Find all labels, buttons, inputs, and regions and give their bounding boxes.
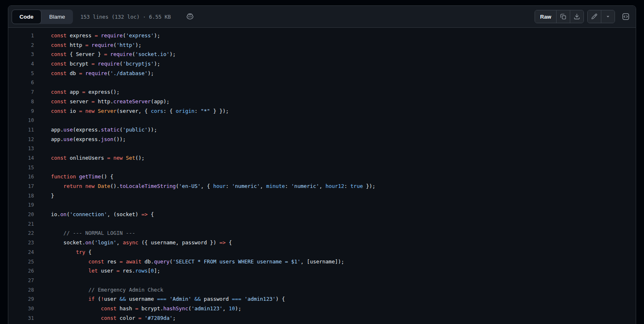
code-viewer[interactable]: 1const express = require('express');2con… xyxy=(8,28,636,323)
symbols-button[interactable] xyxy=(619,10,632,23)
line-number[interactable]: 15 xyxy=(8,163,34,173)
line-number[interactable]: 20 xyxy=(8,210,34,219)
code-token: = xyxy=(116,268,120,274)
code-token: http xyxy=(67,42,85,48)
code-token: === xyxy=(232,296,242,302)
code-token: require xyxy=(92,42,114,48)
line-number[interactable]: 27 xyxy=(8,276,34,285)
code-token: , xyxy=(319,183,325,189)
line-number[interactable]: 25 xyxy=(8,257,34,267)
line-number[interactable]: 6 xyxy=(8,78,34,88)
code-line: 29 if (!user && username === 'Admin' && … xyxy=(8,295,636,304)
line-number[interactable]: 17 xyxy=(8,182,34,191)
code-token xyxy=(123,155,126,161)
line-number[interactable]: 10 xyxy=(8,116,34,125)
line-number[interactable]: 13 xyxy=(8,144,34,153)
raw-button[interactable]: Raw xyxy=(535,10,557,23)
code-token: db. xyxy=(141,258,154,265)
code-token: 'login' xyxy=(94,239,116,246)
code-line: 30 const hash = bcrypt.hashSync('admin12… xyxy=(8,304,636,314)
code-token xyxy=(107,51,110,57)
line-number[interactable]: 30 xyxy=(8,304,34,314)
line-number[interactable]: 23 xyxy=(8,238,34,248)
code-line: 10 xyxy=(8,116,636,125)
code-token: Server xyxy=(98,108,116,114)
code-token: , xyxy=(116,239,123,246)
line-number[interactable]: 22 xyxy=(8,229,34,238)
code-line-text: const res = await db.query('SELECT * FRO… xyxy=(34,257,344,267)
line-number[interactable]: 3 xyxy=(8,50,34,59)
code-token xyxy=(88,42,92,48)
line-number[interactable]: 5 xyxy=(8,69,34,78)
line-number[interactable]: 31 xyxy=(8,314,34,323)
download-button[interactable] xyxy=(570,10,583,23)
code-token: true xyxy=(351,183,363,189)
line-number[interactable]: 24 xyxy=(8,248,34,257)
line-number[interactable]: 21 xyxy=(8,219,34,229)
code-line-text xyxy=(34,144,51,153)
line-number[interactable]: 4 xyxy=(8,59,34,69)
line-number[interactable]: 18 xyxy=(8,191,34,201)
code-line-text: socket.on('login', async ({ username, pa… xyxy=(34,238,232,248)
code-token: bcrypt. xyxy=(138,305,163,312)
edit-button[interactable] xyxy=(588,10,601,23)
code-token xyxy=(94,61,98,67)
code-token xyxy=(167,296,170,302)
copilot-button[interactable] xyxy=(183,10,196,23)
line-number[interactable]: 26 xyxy=(8,266,34,276)
code-token: { xyxy=(226,239,232,246)
line-number[interactable]: 19 xyxy=(8,200,34,210)
download-icon xyxy=(574,13,580,20)
code-token: ); xyxy=(154,32,160,39)
code-token: () { xyxy=(101,173,113,180)
code-token: , [username]); xyxy=(300,258,344,265)
code-token xyxy=(82,183,85,189)
code-token: app. xyxy=(51,127,63,133)
code-token xyxy=(76,173,79,180)
line-number[interactable]: 29 xyxy=(8,295,34,304)
code-token: ! xyxy=(101,296,104,302)
code-line: 2const http = require('http'); xyxy=(8,41,636,50)
code-token: "*" xyxy=(201,108,210,114)
line-number[interactable]: 28 xyxy=(8,285,34,295)
line-number[interactable]: 7 xyxy=(8,88,34,97)
line-number[interactable]: 12 xyxy=(8,135,34,144)
code-token: { xyxy=(85,249,92,255)
code-token: app. xyxy=(51,136,63,142)
line-number[interactable]: 8 xyxy=(8,97,34,107)
tab-code[interactable]: Code xyxy=(12,10,41,24)
edit-dropdown-button[interactable] xyxy=(601,10,615,23)
code-token: ); xyxy=(169,51,176,57)
code-token: Set xyxy=(126,155,136,161)
code-token: 'numeric' xyxy=(291,183,320,189)
code-token: (express. xyxy=(73,136,101,142)
line-number[interactable]: 16 xyxy=(8,172,34,182)
line-number[interactable]: 11 xyxy=(8,125,34,135)
code-token xyxy=(51,287,88,293)
tab-blame[interactable]: Blame xyxy=(41,10,73,24)
code-token: , (socket) xyxy=(107,211,141,217)
code-token: server xyxy=(67,98,92,105)
code-token: 'SELECT * FROM users WHERE username = $1… xyxy=(173,258,301,265)
code-token: user xyxy=(98,268,116,274)
code-line-text: function getTime() { xyxy=(34,172,114,182)
code-token: 'admin123' xyxy=(245,296,276,302)
code-line-text: const io = new Server(server, { cors: { … xyxy=(34,107,229,116)
code-line: 26 let user = res.rows[0]; xyxy=(8,266,636,276)
code-token: http. xyxy=(94,98,113,105)
copy-raw-button[interactable] xyxy=(557,10,570,23)
code-token: : xyxy=(285,183,291,189)
code-token: const xyxy=(51,108,67,114)
line-number[interactable]: 14 xyxy=(8,153,34,163)
line-number[interactable]: 1 xyxy=(8,31,34,41)
code-line-text xyxy=(34,78,51,88)
code-token: const xyxy=(51,61,67,67)
line-number[interactable]: 9 xyxy=(8,107,34,116)
line-number[interactable]: 2 xyxy=(8,41,34,50)
code-token: = xyxy=(94,32,98,39)
code-line: 4const bcrypt = require('bcryptjs'); xyxy=(8,59,636,69)
code-token: ( xyxy=(107,70,111,76)
code-token: json xyxy=(101,136,113,142)
code-token: return xyxy=(63,183,82,189)
code-token: : xyxy=(226,183,232,189)
